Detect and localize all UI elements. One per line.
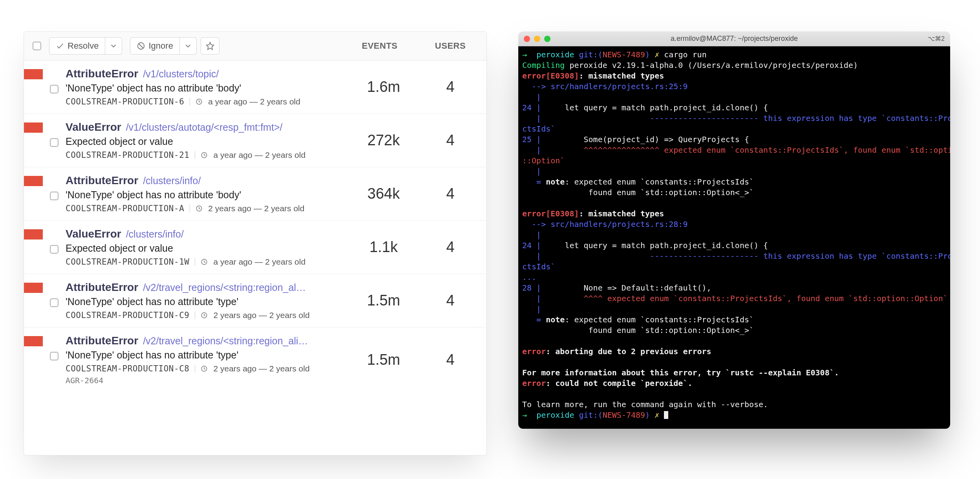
issue-main: AttributeError /clusters/info/ 'NoneType… xyxy=(66,174,344,213)
divider xyxy=(195,365,195,373)
event-count: 364k xyxy=(344,185,423,202)
event-count: 1.5m xyxy=(344,351,423,368)
user-count: 4 xyxy=(423,351,478,368)
user-count: 4 xyxy=(423,239,478,256)
svg-marker-2 xyxy=(207,42,214,49)
row-checkbox[interactable] xyxy=(50,352,59,360)
resolve-button-group: Resolve xyxy=(49,37,122,55)
user-count: 4 xyxy=(423,132,478,149)
issue-main: ValueError /v1/clusters/autotag/<resp_fm… xyxy=(66,121,344,160)
divider xyxy=(195,151,195,159)
environment-tag: COOLSTREAM-PRODUCTION-C9 xyxy=(66,311,189,320)
error-name: AttributeError xyxy=(66,68,138,80)
severity-bar xyxy=(24,283,43,293)
svg-line-1 xyxy=(139,44,143,48)
environment-tag: COOLSTREAM-PRODUCTION-21 xyxy=(66,150,189,160)
environment-tag: COOLSTREAM-PRODUCTION-A xyxy=(66,204,184,213)
timestamp: a year ago — 2 years old xyxy=(213,150,305,160)
terminal-window: a.ermilov@MAC877: ~/projects/peroxide ⌥⌘… xyxy=(518,31,950,429)
ignore-button-group: Ignore xyxy=(130,37,196,55)
timestamp: a year ago — 2 years old xyxy=(208,97,300,106)
error-name: AttributeError xyxy=(66,335,138,347)
star-icon xyxy=(206,42,214,50)
chevron-down-icon xyxy=(184,42,192,50)
issue-toolbar: Resolve Ignore EVENTS USERS xyxy=(24,32,486,60)
error-description: Expected object or value xyxy=(66,136,344,147)
ignore-button[interactable]: Ignore xyxy=(130,37,179,55)
row-checkbox[interactable] xyxy=(50,245,59,254)
error-name: AttributeError xyxy=(66,281,138,294)
row-checkbox[interactable] xyxy=(50,298,59,307)
error-path: /v1/clusters/autotag/<resp_fmt:fmt>/ xyxy=(126,122,283,133)
error-description: 'NoneType' object has no attribute 'type… xyxy=(66,296,344,307)
row-checkbox[interactable] xyxy=(50,192,59,200)
error-description: 'NoneType' object has no attribute 'type… xyxy=(66,349,344,361)
event-count: 1.6m xyxy=(344,79,423,95)
issue-row[interactable]: AttributeError /v2/travel_regions/<strin… xyxy=(24,327,486,392)
divider xyxy=(190,98,190,106)
issue-row[interactable]: AttributeError /v1/clusters/topic/ 'None… xyxy=(24,60,486,114)
cursor xyxy=(664,411,668,419)
user-count: 4 xyxy=(423,185,478,202)
clock-icon xyxy=(196,98,203,105)
chevron-down-icon xyxy=(109,42,118,50)
issue-list-panel: Resolve Ignore EVENTS USERS Att xyxy=(24,31,487,455)
column-header-users: USERS xyxy=(423,41,478,51)
environment-tag: COOLSTREAM-PRODUCTION-1W xyxy=(66,257,189,267)
timestamp: 2 years ago — 2 years old xyxy=(213,311,309,320)
issue-row[interactable]: ValueError /clusters/info/ Expected obje… xyxy=(24,221,486,274)
bookmark-button[interactable] xyxy=(201,37,219,55)
resolve-caret-button[interactable] xyxy=(105,37,122,55)
issue-main: AttributeError /v2/travel_regions/<strin… xyxy=(66,335,344,385)
severity-bar xyxy=(24,229,43,240)
environment-tag: COOLSTREAM-PRODUCTION-C8 xyxy=(66,364,189,373)
issue-main: ValueError /clusters/info/ Expected obje… xyxy=(66,228,344,267)
issue-main: AttributeError /v1/clusters/topic/ 'None… xyxy=(66,68,344,106)
error-name: ValueError xyxy=(66,121,121,133)
divider xyxy=(195,258,195,266)
clock-icon xyxy=(201,152,208,159)
ban-icon xyxy=(137,42,145,50)
clock-icon xyxy=(201,365,208,372)
error-description: 'NoneType' object has no attribute 'body… xyxy=(66,82,344,94)
row-checkbox[interactable] xyxy=(50,85,59,93)
event-count: 1.1k xyxy=(344,239,423,256)
clock-icon xyxy=(201,258,208,265)
severity-bar xyxy=(24,176,43,186)
severity-bar xyxy=(24,336,43,346)
error-name: ValueError xyxy=(66,228,121,240)
severity-bar xyxy=(24,69,43,79)
select-all-checkbox[interactable] xyxy=(33,42,41,50)
row-checkbox[interactable] xyxy=(50,138,59,147)
timestamp: 2 years ago — 2 years old xyxy=(213,364,309,373)
issue-row[interactable]: ValueError /v1/clusters/autotag/<resp_fm… xyxy=(24,114,486,167)
resolve-label: Resolve xyxy=(68,41,99,51)
ignore-caret-button[interactable] xyxy=(180,37,197,55)
terminal-title: a.ermilov@MAC877: ~/projects/peroxide xyxy=(518,34,950,43)
timestamp: 2 years ago — 2 years old xyxy=(208,204,304,213)
event-count: 272k xyxy=(344,132,423,149)
error-description: 'NoneType' object has no attribute 'body… xyxy=(66,189,344,201)
terminal-titlebar: a.ermilov@MAC877: ~/projects/peroxide ⌥⌘… xyxy=(518,31,950,46)
resolve-button[interactable]: Resolve xyxy=(49,37,105,55)
terminal-body[interactable]: → peroxide git:(NEWS-7489) ✗ cargo run C… xyxy=(518,46,950,429)
user-count: 4 xyxy=(423,79,478,95)
issue-row[interactable]: AttributeError /v2/travel_regions/<strin… xyxy=(24,274,486,327)
ticket-tag: AGR-2664 xyxy=(66,376,344,385)
error-name: AttributeError xyxy=(66,174,138,187)
column-header-events: EVENTS xyxy=(340,41,419,51)
error-path: /v1/clusters/topic/ xyxy=(143,68,219,80)
divider xyxy=(195,311,195,319)
clock-icon xyxy=(201,312,208,319)
issue-main: AttributeError /v2/travel_regions/<strin… xyxy=(66,281,344,320)
error-path: /clusters/info/ xyxy=(126,229,184,240)
issue-row[interactable]: AttributeError /clusters/info/ 'NoneType… xyxy=(24,167,486,221)
issue-rows: AttributeError /v1/clusters/topic/ 'None… xyxy=(24,60,486,392)
error-path: /v2/travel_regions/<string:region_al… xyxy=(143,282,306,293)
severity-bar xyxy=(24,122,43,133)
clock-icon xyxy=(196,205,203,212)
error-path: /v2/travel_regions/<string:region_ali… xyxy=(143,335,308,347)
error-path: /clusters/info/ xyxy=(143,175,201,186)
user-count: 4 xyxy=(423,292,478,309)
environment-tag: COOLSTREAM-PRODUCTION-6 xyxy=(66,97,184,106)
